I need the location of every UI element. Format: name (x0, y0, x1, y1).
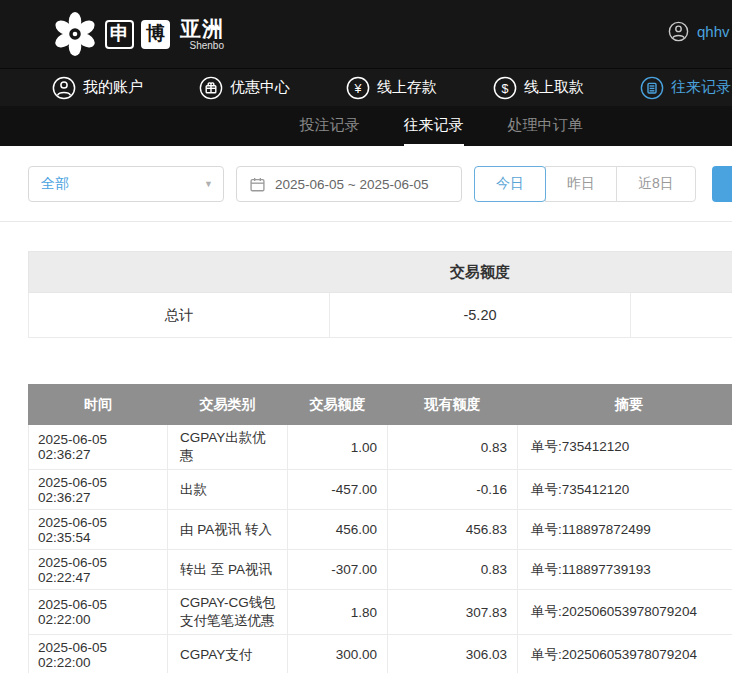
nav-withdrawal[interactable]: $ 线上取款 (493, 76, 584, 100)
nav-transactions[interactable]: 往来记录 (640, 76, 731, 100)
cell-type: 由 PA视讯 转入 (168, 510, 288, 550)
logo-char-bo: 博 (141, 20, 170, 49)
cell-type: 出款 (168, 470, 288, 510)
cell-amount: -457.00 (288, 470, 388, 510)
date-range-value: 2025-06-05 ~ 2025-06-05 (275, 177, 429, 192)
svg-text:¥: ¥ (354, 81, 362, 95)
cell-balance: 307.83 (388, 590, 518, 635)
cell-time: 2025-06-05 02:22:00 (29, 635, 168, 673)
nav-label: 优惠中心 (230, 78, 290, 97)
filter-bar: 全部 ▼ 2025-06-05 ~ 2025-06-05 今日 昨日 近8日 (0, 146, 732, 222)
calendar-icon (249, 176, 266, 193)
table-row: 2025-06-05 02:22:00 CGPAY-CG钱包支付笔笔送优惠 1.… (29, 590, 732, 635)
date-range-picker[interactable]: 2025-06-05 ~ 2025-06-05 (236, 166, 462, 202)
nav-label: 线上存款 (377, 78, 437, 97)
svg-text:$: $ (502, 81, 509, 95)
cell-type: CGPAY出款优惠 (168, 425, 288, 470)
records-section: 时间 交易类别 交易额度 现有额度 摘要 2025-06-05 02:36:27… (28, 384, 732, 673)
cell-amount: -307.00 (288, 550, 388, 590)
tab-transaction-records[interactable]: 往来记录 (404, 106, 464, 146)
cell-note: 单号:735412120 (518, 470, 732, 510)
col-time: 时间 (29, 385, 168, 425)
summary-section: 交易额度 总计 -5.20 (28, 251, 732, 338)
brand-logo: 申 博 亚洲 Shenbo (52, 11, 224, 57)
col-balance: 现有额度 (388, 385, 518, 425)
user-account[interactable]: qhhv (668, 21, 730, 42)
lotus-flower-icon (52, 11, 98, 57)
nav-deposit[interactable]: ¥ 线上存款 (346, 76, 437, 100)
cell-note: 单号:118897872499 (518, 510, 732, 550)
cell-time: 2025-06-05 02:35:54 (29, 510, 168, 550)
chevron-down-icon: ▼ (204, 179, 213, 189)
table-header-row: 时间 交易类别 交易额度 现有额度 摘要 (29, 385, 732, 425)
col-type: 交易类别 (168, 385, 288, 425)
last-8-days-button[interactable]: 近8日 (616, 166, 696, 202)
main-nav: 我的账户 优惠中心 ¥ 线上存款 (0, 68, 732, 106)
nav-my-account[interactable]: 我的账户 (52, 76, 143, 100)
top-header: 申 博 亚洲 Shenbo qhhv (0, 0, 732, 68)
logo-char-shen: 申 (105, 20, 134, 49)
cell-amount: 1.80 (288, 590, 388, 635)
nav-label: 我的账户 (83, 78, 143, 97)
logo-brand-sub: Shenbo (190, 40, 224, 51)
cell-time: 2025-06-05 02:36:27 (29, 470, 168, 510)
cell-type: CGPAY支付 (168, 635, 288, 673)
user-avatar-icon (668, 21, 689, 42)
type-select[interactable]: 全部 ▼ (28, 166, 224, 202)
gift-icon (199, 76, 223, 100)
cell-type: 转出 至 PA视讯 (168, 550, 288, 590)
cell-time: 2025-06-05 02:22:47 (29, 550, 168, 590)
username: qhhv (697, 23, 730, 40)
cell-note: 单号:202506053978079204 (518, 635, 732, 673)
summary-empty-cell (631, 293, 732, 338)
summary-header: 交易额度 (29, 252, 732, 293)
logo-region-group: 亚洲 Shenbo (180, 18, 224, 51)
records-icon (640, 76, 664, 100)
cell-note: 单号:202506053978079204 (518, 590, 732, 635)
user-icon (52, 76, 76, 100)
cell-note: 单号:118897739193 (518, 550, 732, 590)
cell-type: CGPAY-CG钱包支付笔笔送优惠 (168, 590, 288, 635)
cell-balance: 306.03 (388, 635, 518, 673)
cell-balance: -0.16 (388, 470, 518, 510)
cell-time: 2025-06-05 02:36:27 (29, 425, 168, 470)
nav-label: 线上取款 (524, 78, 584, 97)
summary-row: 总计 -5.20 (29, 293, 732, 338)
cell-balance: 0.83 (388, 425, 518, 470)
col-note: 摘要 (518, 385, 732, 425)
search-button[interactable] (712, 166, 732, 202)
tab-pending-orders[interactable]: 处理中订单 (508, 106, 583, 146)
nav-promotions[interactable]: 优惠中心 (199, 76, 290, 100)
summary-total-value: -5.20 (330, 293, 631, 338)
records-table: 时间 交易类别 交易额度 现有额度 摘要 2025-06-05 02:36:27… (28, 384, 732, 673)
quick-date-buttons: 今日 昨日 近8日 (474, 166, 696, 202)
deposit-coin-icon: ¥ (346, 76, 370, 100)
type-select-value: 全部 (41, 175, 69, 193)
table-row: 2025-06-05 02:35:54 由 PA视讯 转入 456.00 456… (29, 510, 732, 550)
today-button[interactable]: 今日 (474, 166, 546, 202)
summary-table: 交易额度 总计 -5.20 (28, 251, 732, 338)
table-row: 2025-06-05 02:36:27 CGPAY出款优惠 1.00 0.83 … (29, 425, 732, 470)
cell-amount: 456.00 (288, 510, 388, 550)
tab-bet-records[interactable]: 投注记录 (300, 106, 360, 146)
table-row: 2025-06-05 02:22:47 转出 至 PA视讯 -307.00 0.… (29, 550, 732, 590)
page: 申 博 亚洲 Shenbo qhhv 我的账户 (0, 0, 732, 673)
cell-note: 单号:735412120 (518, 425, 732, 470)
cell-balance: 456.83 (388, 510, 518, 550)
withdraw-dollar-icon: $ (493, 76, 517, 100)
cell-amount: 1.00 (288, 425, 388, 470)
logo-region: 亚洲 (180, 18, 224, 40)
record-tabs: 投注记录 往来记录 处理中订单 (0, 106, 732, 146)
cell-balance: 0.83 (388, 550, 518, 590)
cell-time: 2025-06-05 02:22:00 (29, 590, 168, 635)
table-row: 2025-06-05 02:36:27 出款 -457.00 -0.16 单号:… (29, 470, 732, 510)
yesterday-button[interactable]: 昨日 (545, 166, 617, 202)
summary-total-label: 总计 (29, 293, 330, 338)
cell-amount: 300.00 (288, 635, 388, 673)
nav-label: 往来记录 (671, 78, 731, 97)
col-amount: 交易额度 (288, 385, 388, 425)
table-row: 2025-06-05 02:22:00 CGPAY支付 300.00 306.0… (29, 635, 732, 673)
